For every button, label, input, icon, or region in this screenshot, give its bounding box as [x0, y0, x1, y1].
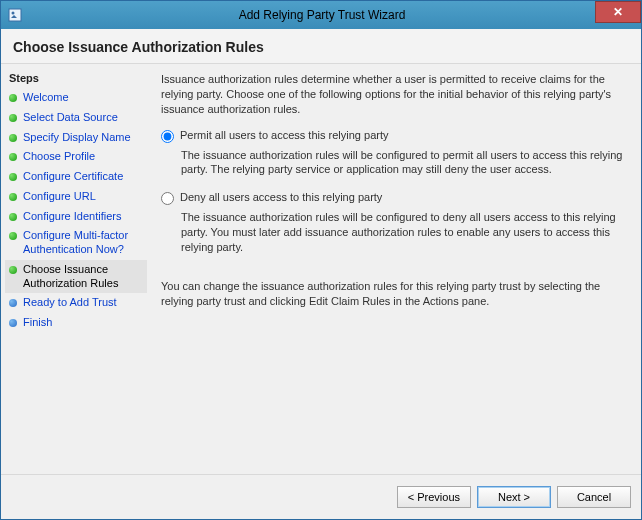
- step-done-icon: [9, 193, 17, 201]
- content-panel: Issuance authorization rules determine w…: [151, 64, 641, 474]
- step-label: Welcome: [23, 91, 69, 105]
- close-icon: ✕: [613, 5, 623, 19]
- button-bar: < Previous Next > Cancel: [1, 474, 641, 519]
- step-label: Choose Issuance Authorization Rules: [23, 263, 143, 291]
- option-deny-all-desc: The issuance authorization rules will be…: [181, 210, 627, 255]
- step-configure-identifiers[interactable]: Configure Identifiers: [5, 207, 147, 227]
- option-label: Permit all users to access this relying …: [180, 129, 388, 141]
- step-welcome[interactable]: Welcome: [5, 88, 147, 108]
- step-label: Finish: [23, 316, 52, 330]
- option-permit-all-desc: The issuance authorization rules will be…: [181, 148, 627, 178]
- wizard-window: Add Relying Party Trust Wizard ✕ Choose …: [0, 0, 642, 520]
- step-done-icon: [9, 114, 17, 122]
- step-ready-to-add-trust[interactable]: Ready to Add Trust: [5, 293, 147, 313]
- option-label: Deny all users access to this relying pa…: [180, 191, 382, 203]
- step-configure-certificate[interactable]: Configure Certificate: [5, 167, 147, 187]
- step-label: Ready to Add Trust: [23, 296, 117, 310]
- page-heading: Choose Issuance Authorization Rules: [1, 29, 641, 64]
- step-done-icon: [9, 153, 17, 161]
- next-button[interactable]: Next >: [477, 486, 551, 508]
- wizard-body: Steps Welcome Select Data Source Specify…: [1, 64, 641, 474]
- app-icon: [7, 7, 23, 23]
- step-label: Select Data Source: [23, 111, 118, 125]
- cancel-button[interactable]: Cancel: [557, 486, 631, 508]
- window-title: Add Relying Party Trust Wizard: [23, 8, 641, 22]
- step-label: Configure Identifiers: [23, 210, 121, 224]
- intro-text: Issuance authorization rules determine w…: [161, 72, 627, 117]
- step-label: Configure URL: [23, 190, 96, 204]
- step-done-icon: [9, 213, 17, 221]
- step-label: Specify Display Name: [23, 131, 131, 145]
- step-choose-profile[interactable]: Choose Profile: [5, 147, 147, 167]
- titlebar: Add Relying Party Trust Wizard ✕: [1, 1, 641, 29]
- step-finish[interactable]: Finish: [5, 313, 147, 333]
- previous-button[interactable]: < Previous: [397, 486, 471, 508]
- footer-note: You can change the issuance authorizatio…: [161, 279, 627, 309]
- option-permit-all[interactable]: Permit all users to access this relying …: [161, 129, 627, 143]
- option-deny-all[interactable]: Deny all users access to this relying pa…: [161, 191, 627, 205]
- step-done-icon: [9, 94, 17, 102]
- step-pending-icon: [9, 299, 17, 307]
- radio-permit-all[interactable]: [161, 130, 174, 143]
- steps-title: Steps: [5, 70, 147, 88]
- step-active-icon: [9, 266, 17, 274]
- step-configure-url[interactable]: Configure URL: [5, 187, 147, 207]
- svg-rect-0: [9, 9, 21, 21]
- radio-deny-all[interactable]: [161, 192, 174, 205]
- step-select-data-source[interactable]: Select Data Source: [5, 108, 147, 128]
- svg-point-1: [12, 12, 15, 15]
- step-label: Choose Profile: [23, 150, 95, 164]
- step-label: Configure Multi-factor Authentication No…: [23, 229, 143, 257]
- step-pending-icon: [9, 319, 17, 327]
- step-specify-display-name[interactable]: Specify Display Name: [5, 128, 147, 148]
- steps-sidebar: Steps Welcome Select Data Source Specify…: [1, 64, 151, 474]
- step-done-icon: [9, 173, 17, 181]
- step-done-icon: [9, 134, 17, 142]
- step-label: Configure Certificate: [23, 170, 123, 184]
- close-button[interactable]: ✕: [595, 1, 641, 23]
- step-choose-issuance-auth-rules[interactable]: Choose Issuance Authorization Rules: [5, 260, 147, 294]
- step-configure-mfa[interactable]: Configure Multi-factor Authentication No…: [5, 226, 147, 260]
- step-done-icon: [9, 232, 17, 240]
